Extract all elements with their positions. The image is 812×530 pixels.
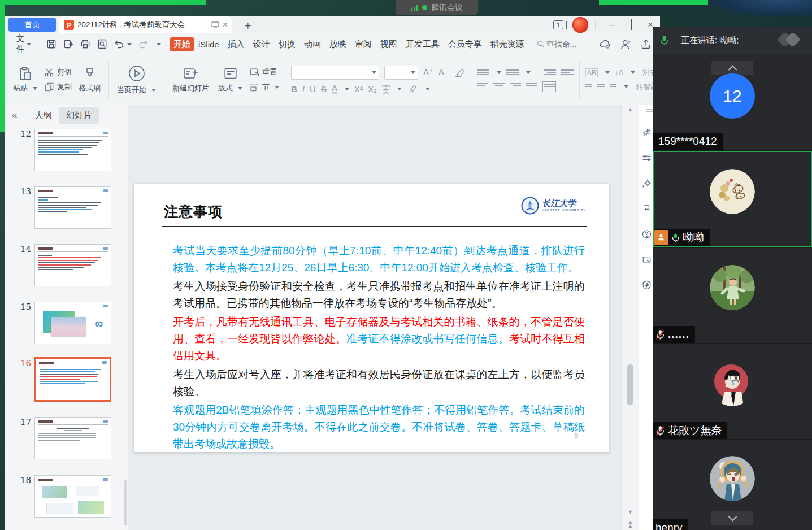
cut-button[interactable]: 剪切 [44,67,72,77]
bold-button[interactable]: B [291,84,297,94]
slide-canvas[interactable]: 注意事项 长江大学 YANGTZE UNIVERSITY 考试当天要求至少提前8… [134,184,609,453]
ribbon-tab-home[interactable]: 开始 [170,37,194,51]
bullet-list-button[interactable] [477,68,489,77]
meeting-floating-bar[interactable]: 腾讯会议 [396,0,478,15]
collapse-panel-icon[interactable]: « [12,110,17,121]
slide-thumbnail-18[interactable] [34,475,111,518]
participant-tile-4[interactable]: 花敗ツ無奈 [653,344,812,439]
ribbon-tab-docer[interactable]: 稻壳资源 [487,37,528,52]
ribbon-tab-design[interactable]: 设计 [249,37,274,52]
copy-button[interactable]: 复制 [44,82,72,92]
ribbon-tab-animation[interactable]: 动画 [300,37,325,52]
export-icon[interactable] [63,38,74,50]
decrease-font-button[interactable]: A⁻ [438,67,449,77]
pinyin-guide-button[interactable]: wén 文 [382,84,390,94]
minimize-button[interactable]: – [602,20,622,30]
format-painter-button[interactable]: 格式刷 [76,65,103,94]
ribbon-tab-islide[interactable]: iSlide [194,37,223,51]
align-left-button[interactable] [477,81,488,92]
text-direction-button[interactable]: AB [585,68,598,77]
align-center-button[interactable] [493,81,505,92]
ribbon-tab-review[interactable]: 审阅 [351,37,376,52]
print-preview-icon[interactable] [97,38,108,50]
scroll-down-arrow[interactable]: ▼ [622,509,639,515]
slide-thumbnail-13[interactable] [34,186,111,229]
new-slide-button[interactable]: 新建幻灯片 [170,65,211,94]
participant-tile-1[interactable]: 12 159****0412 [653,54,812,150]
line-spacing-down-button[interactable] [597,82,604,91]
clear-format-icon[interactable] [454,67,465,77]
font-color-button[interactable]: A [332,84,337,94]
participant-tile-2-speaking[interactable]: 呦呦 [653,151,812,247]
close-tab-icon[interactable]: × [223,20,228,30]
distribute-text-button[interactable] [542,81,556,92]
participant-tile-5[interactable]: henry [653,440,812,530]
increase-indent-button[interactable] [561,68,574,77]
account-avatar[interactable] [572,17,588,33]
layout-button[interactable]: 版式 [216,65,245,94]
search-input[interactable] [545,39,592,49]
cloud-sync-icon[interactable] [598,38,612,50]
previous-slide-button[interactable]: ▲▲ [622,520,639,528]
vertical-text-button[interactable]: ↓A [615,68,623,77]
share-arrow-icon[interactable] [640,38,652,50]
slide-title[interactable]: 注意事项 [164,202,223,221]
slide-thumbnail-17[interactable] [34,417,111,459]
save-icon[interactable] [46,38,57,50]
font-size-select[interactable] [384,66,418,80]
scroll-up-arrow[interactable]: ▲ [622,107,639,112]
maximize-button[interactable] [622,20,641,30]
new-tab-button[interactable]: ＋ [242,18,253,33]
superscript-button[interactable]: X² [354,84,363,94]
window-count-icon[interactable]: 1 [553,20,563,29]
slide-thumbnail-15[interactable]: 03 [34,302,111,344]
expand-tiles-button[interactable] [711,511,753,525]
ribbon-tab-member[interactable]: 会员专享 [444,37,486,52]
slide-thumbnail-12[interactable] [34,129,111,171]
slide-thumbnail-16-selected[interactable] [34,357,111,402]
ribbon-tab-insert[interactable]: 插入 [224,37,249,52]
ribbon-tab-transition[interactable]: 切换 [275,37,299,52]
slide-thumbnail-14[interactable] [34,244,111,286]
redo-icon[interactable] [137,38,149,50]
subscript-button[interactable]: X₂ [368,84,377,94]
scrollbar-thumb[interactable] [627,364,633,405]
italic-button[interactable]: I [302,84,305,94]
undo-button[interactable] [114,38,132,50]
section-badge: 03 [95,320,103,328]
slide-body-textframe[interactable]: 考试当天要求至少提前80分钟（早上7:10前、中午12:40前）到达考点通道，排… [173,242,585,454]
ribbon-tab-developer[interactable]: 开发工具 [402,37,444,52]
font-name-select[interactable] [291,66,379,80]
align-right-button[interactable] [510,81,521,92]
ribbon-toolbar: 粘贴 剪切 复制 格式刷 [5,55,660,105]
chevron-down-icon [345,88,349,90]
increase-font-button[interactable]: A⁺ [423,67,433,77]
home-tab[interactable]: 首页 [8,18,56,32]
document-tab[interactable]: P 202112计科...考试考前教育大会 × [59,16,232,33]
command-search[interactable] [536,39,592,49]
line-spacing-button[interactable] [610,82,616,91]
tab-outline[interactable]: 大纲 [27,107,59,124]
paste-button[interactable]: 粘贴 [11,65,40,94]
panel-scrollbar-thumb[interactable] [124,480,127,525]
reset-button[interactable]: 重置 [249,67,279,77]
more-quick-access-icon[interactable] [157,43,161,46]
editor-scrollbar[interactable]: ▲ ▼ ▲▲ ▼▼ [621,105,639,530]
underline-button[interactable]: U [310,84,316,94]
justify-button[interactable] [526,81,537,92]
section-button[interactable]: 节 [249,82,279,92]
print-icon[interactable] [80,38,91,50]
ribbon-tab-slideshow[interactable]: 放映 [325,37,350,52]
play-from-current-button[interactable]: 当页开始 [115,63,158,96]
tab-slides[interactable]: 幻灯片 [59,107,99,124]
highlight-color-icon[interactable] [407,84,418,93]
participant-tile-3[interactable]: ...... [653,248,812,343]
share-user-icon[interactable] [620,38,632,50]
strikethrough-button[interactable]: S [321,84,327,94]
decrease-indent-button[interactable] [544,68,556,77]
file-menu[interactable]: 文件 [16,34,24,54]
convert-smart-button[interactable]: 转智能 [633,82,654,92]
ribbon-tab-view[interactable]: 视图 [376,37,401,52]
numbered-list-button[interactable] [506,68,519,77]
line-spacing-up-button[interactable] [585,82,592,91]
